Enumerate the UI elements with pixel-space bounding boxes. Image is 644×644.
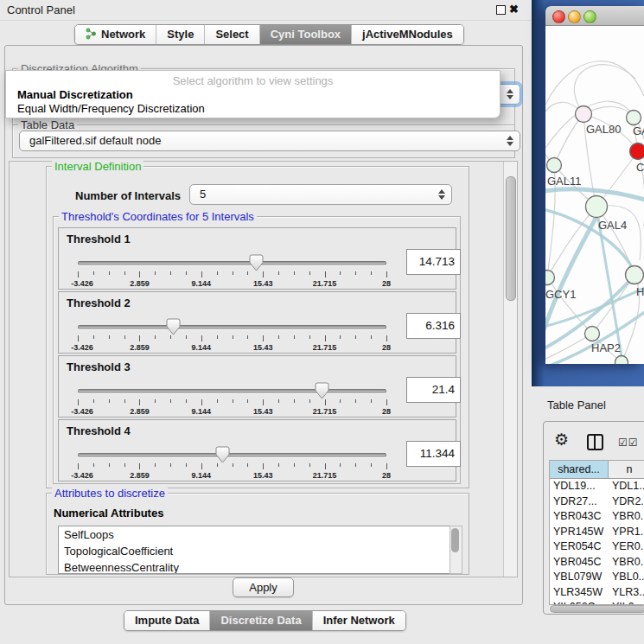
slider-tick xyxy=(109,399,110,403)
attributes-list-scrollbar[interactable] xyxy=(450,526,462,574)
network-canvas[interactable]: GAL80GACGAL11GAL4GCY1HHAP2 xyxy=(545,26,644,364)
cell-shared-name[interactable]: YER054C xyxy=(550,539,612,555)
slider-tick-label: 2.859 xyxy=(130,343,150,352)
threshold-slider[interactable]: -3.4262.8599.14415.4321.71528 xyxy=(78,252,386,287)
tab-discretize-data[interactable]: Discretize Data xyxy=(209,611,311,630)
slider-thumb[interactable] xyxy=(249,254,264,271)
tab-impute-data[interactable]: Impute Data xyxy=(124,611,209,630)
table-row[interactable]: YER054CYER0... xyxy=(550,539,644,555)
table-row[interactable]: YBR045CYBR0... xyxy=(550,555,644,571)
cell-shared-name[interactable]: YDL19... xyxy=(550,479,612,494)
cell-name[interactable]: YER0... xyxy=(612,539,644,555)
slider-thumb[interactable] xyxy=(166,318,181,335)
column-header-name[interactable]: n xyxy=(609,461,644,478)
network-edge-thick[interactable] xyxy=(545,207,633,269)
slider-tick xyxy=(139,399,140,405)
cell-shared-name[interactable]: YDR27... xyxy=(550,494,612,510)
threshold-slider[interactable]: -3.4262.8599.14415.4321.71528 xyxy=(78,316,386,351)
cell-shared-name[interactable]: YBR045C xyxy=(550,555,612,571)
network-node-gal4[interactable] xyxy=(586,196,608,218)
attribute-item-selfloops[interactable]: SelfLoops xyxy=(59,526,450,543)
split-view-icon[interactable] xyxy=(587,434,603,450)
table-row[interactable]: YDR27...YDR2... xyxy=(550,494,644,510)
table-row[interactable]: YBR043CYBR0... xyxy=(550,509,644,525)
popup-item-manual-discretization[interactable]: Manual Discretization xyxy=(17,88,133,101)
cell-name[interactable]: YBL0... xyxy=(612,570,644,585)
threshold-value-field[interactable]: 14.713 xyxy=(406,249,461,275)
slider-track[interactable] xyxy=(78,453,386,457)
horizontal-scrollbar[interactable] xyxy=(549,605,644,613)
table-row[interactable]: YBL079WYBL0... xyxy=(550,570,644,585)
tab-label: Cyni Toolbox xyxy=(271,25,341,44)
tab-select[interactable]: Select xyxy=(204,25,258,44)
table-data-title: Table Data xyxy=(18,118,77,131)
slider-tick xyxy=(93,335,94,339)
cell-name[interactable]: YLR3... xyxy=(612,585,644,601)
tab-infer-network[interactable]: Infer Network xyxy=(312,611,405,630)
tab-network[interactable]: Network xyxy=(75,25,156,44)
slider-tick xyxy=(386,463,387,469)
cell-shared-name[interactable]: YBR043C xyxy=(550,509,612,525)
slider-thumb[interactable] xyxy=(215,446,230,463)
vertical-scrollbar[interactable] xyxy=(503,162,517,577)
tab-style[interactable]: Style xyxy=(156,25,204,44)
cell-name[interactable]: YBR0... xyxy=(612,509,644,525)
network-window-titlebar[interactable] xyxy=(545,6,644,26)
network-edge[interactable] xyxy=(545,61,644,105)
network-node-c[interactable] xyxy=(630,143,644,160)
slider-tick xyxy=(139,463,140,469)
threshold-value-field[interactable]: 6.316 xyxy=(406,313,461,339)
slider-track[interactable] xyxy=(78,261,386,265)
cell-name[interactable]: YDL1... xyxy=(612,479,644,494)
network-node[interactable] xyxy=(615,356,628,365)
slider-track[interactable] xyxy=(78,389,386,393)
tab-cyni-toolbox[interactable]: Cyni Toolbox xyxy=(259,25,351,44)
cell-name[interactable]: YDR2... xyxy=(612,494,644,510)
slider-track[interactable] xyxy=(78,325,386,329)
float-window-icon[interactable] xyxy=(496,5,506,15)
threshold-slider[interactable]: -3.4262.8599.14415.4321.71528 xyxy=(78,444,386,479)
threshold-value-field[interactable]: 11.344 xyxy=(406,441,461,467)
network-node-gal11[interactable] xyxy=(547,158,562,173)
cell-name[interactable]: YBR0... xyxy=(612,555,644,571)
apply-button[interactable]: Apply xyxy=(233,577,294,597)
network-node-gcy1[interactable] xyxy=(545,271,555,285)
threshold-value-field[interactable]: 21.4 xyxy=(406,377,461,403)
cell-shared-name[interactable]: YLR345W xyxy=(550,585,612,601)
column-header-shared-name[interactable]: shared... xyxy=(550,461,609,478)
attributes-list-scrollbar-thumb[interactable] xyxy=(451,528,459,552)
slider-tick xyxy=(294,271,295,275)
network-node-h[interactable] xyxy=(626,266,644,284)
cell-name[interactable]: YPR1... xyxy=(612,525,644,540)
attribute-item-topologicalcoefficient[interactable]: TopologicalCoefficient xyxy=(59,543,450,559)
slider-tick xyxy=(124,335,125,339)
network-node-ga[interactable] xyxy=(627,111,641,125)
slider-tick-label: 15.43 xyxy=(253,343,273,352)
gear-icon[interactable]: ⚙ xyxy=(554,431,569,448)
slider-tick xyxy=(371,335,372,339)
threshold-slider[interactable]: -3.4262.8599.14415.4321.71528 xyxy=(78,380,386,415)
table-data-combobox[interactable]: galFiltered.sif default node xyxy=(19,131,520,151)
checkbox-columns-icon[interactable]: ☑☑ xyxy=(618,437,639,449)
close-icon[interactable]: ✖ xyxy=(509,3,519,16)
popup-item-equal-width-frequency[interactable]: Equal Width/Frequency Discretization xyxy=(17,102,205,115)
network-node-gal80[interactable] xyxy=(576,106,592,123)
numerical-attributes-list[interactable]: SelfLoopsTopologicalCoefficientBetweenne… xyxy=(58,526,450,574)
num-intervals-combobox[interactable]: 5 xyxy=(189,184,452,205)
vertical-scrollbar-thumb[interactable] xyxy=(506,176,516,301)
network-node-hap2[interactable] xyxy=(585,327,600,341)
horizontal-scrollbar-thumb[interactable] xyxy=(550,605,644,613)
table-row[interactable]: YLR345WYLR3... xyxy=(550,585,644,601)
minimize-traffic-light-icon[interactable] xyxy=(568,10,581,23)
network-edge[interactable] xyxy=(554,114,583,165)
cell-shared-name[interactable]: YPR145W xyxy=(550,525,612,540)
cell-shared-name[interactable]: YBL079W xyxy=(550,570,612,585)
close-traffic-light-icon[interactable] xyxy=(552,10,565,23)
slider-tick-label: -3.426 xyxy=(71,471,93,480)
tab-jactivemnodules[interactable]: jActiveMNodules xyxy=(351,25,463,44)
table-row[interactable]: YPR145WYPR1... xyxy=(550,525,644,540)
zoom-traffic-light-icon[interactable] xyxy=(583,10,596,23)
slider-thumb[interactable] xyxy=(315,382,329,399)
table-row[interactable]: YDL19...YDL1... xyxy=(550,479,644,494)
attribute-item-betweennesscentrality[interactable]: BetweennessCentrality xyxy=(59,559,450,574)
